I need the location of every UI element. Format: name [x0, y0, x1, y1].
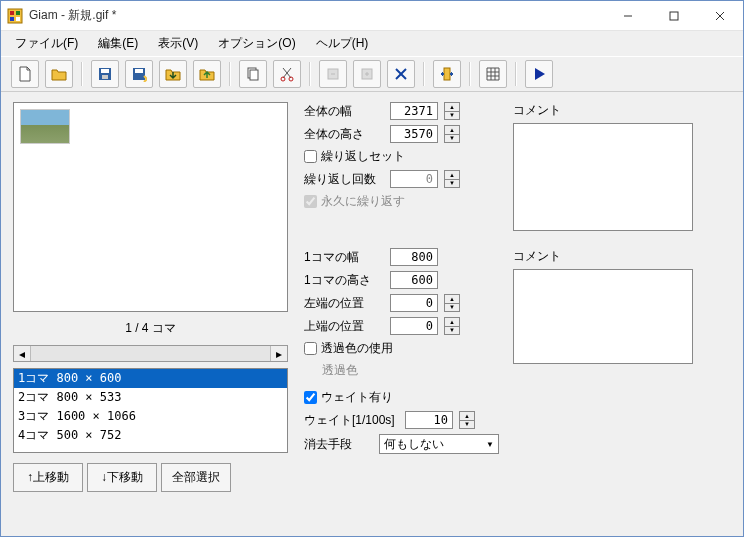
- menu-file[interactable]: ファイル(F): [7, 33, 86, 54]
- frame-top-spinner[interactable]: ▲▼: [444, 317, 460, 335]
- toolbar-separator: [469, 62, 471, 86]
- scroll-track[interactable]: [31, 346, 270, 361]
- repeat-count-spinner: ▲▼: [444, 170, 460, 188]
- frame-comment-label: コメント: [513, 248, 693, 265]
- svg-rect-2: [16, 11, 20, 15]
- global-width-spinner[interactable]: ▲▼: [444, 102, 460, 120]
- move-up-button[interactable]: ↑上移動: [13, 463, 83, 492]
- titlebar: Giam - 新規.gif *: [1, 1, 743, 31]
- tool-align[interactable]: [433, 60, 461, 88]
- dispose-select[interactable]: 何もしない ▼: [379, 434, 499, 454]
- toolbar-separator: [423, 62, 425, 86]
- spin-up-icon: ▲: [445, 171, 459, 180]
- global-width-input[interactable]: [390, 102, 438, 120]
- toolbar: [1, 56, 743, 92]
- menu-edit[interactable]: 編集(E): [90, 33, 146, 54]
- left-pane: 1 / 4 コマ ◂ ▸ 1コマ 800 × 600 2コマ 800 × 533…: [1, 92, 296, 536]
- frame-top-input[interactable]: [390, 317, 438, 335]
- repeat-count-label: 繰り返し回数: [304, 171, 384, 188]
- svg-rect-1: [10, 11, 14, 15]
- transparent-color-label: 透過色: [322, 362, 358, 379]
- frame-width-label: 1コマの幅: [304, 249, 384, 266]
- list-item[interactable]: 1コマ 800 × 600: [14, 369, 287, 388]
- wait-label: ウェイト有り: [321, 389, 393, 406]
- global-height-label: 全体の高さ: [304, 126, 384, 143]
- maximize-button[interactable]: [651, 1, 697, 31]
- frame-left-input[interactable]: [390, 294, 438, 312]
- spin-up-icon[interactable]: ▲: [445, 318, 459, 327]
- tool-grid[interactable]: [479, 60, 507, 88]
- tool-import[interactable]: [159, 60, 187, 88]
- svg-rect-6: [670, 12, 678, 20]
- tool-paste-after[interactable]: [353, 60, 381, 88]
- svg-rect-10: [101, 69, 109, 73]
- thumbnail-scrollbar[interactable]: ◂ ▸: [13, 345, 288, 362]
- tool-delete[interactable]: [387, 60, 415, 88]
- spin-down-icon[interactable]: ▼: [445, 112, 459, 120]
- global-height-spinner[interactable]: ▲▼: [444, 125, 460, 143]
- menu-option[interactable]: オプション(O): [210, 33, 303, 54]
- wait-value-label: ウェイト[1/100s]: [304, 412, 399, 429]
- frame-buttons: ↑上移動 ↓下移動 全部選択: [13, 463, 288, 492]
- tool-save[interactable]: [91, 60, 119, 88]
- wait-spinner[interactable]: ▲▼: [459, 411, 475, 429]
- frame-top-label: 上端の位置: [304, 318, 384, 335]
- thumbnail-panel[interactable]: [13, 102, 288, 312]
- frame-height-input[interactable]: [390, 271, 438, 289]
- scroll-left-icon[interactable]: ◂: [14, 346, 31, 361]
- spin-down-icon[interactable]: ▼: [445, 327, 459, 335]
- spin-down-icon[interactable]: ▼: [445, 304, 459, 312]
- window-title: Giam - 新規.gif *: [29, 7, 605, 24]
- toolbar-separator: [81, 62, 83, 86]
- wait-value-input[interactable]: [405, 411, 453, 429]
- frame-counter: 1 / 4 コマ: [13, 318, 288, 339]
- list-item[interactable]: 3コマ 1600 × 1066: [14, 407, 287, 426]
- spin-up-icon[interactable]: ▲: [460, 412, 474, 421]
- global-height-input[interactable]: [390, 125, 438, 143]
- close-button[interactable]: [697, 1, 743, 31]
- tool-new[interactable]: [11, 60, 39, 88]
- repeat-set-label: 繰り返しセット: [321, 148, 405, 165]
- svg-rect-4: [16, 17, 20, 21]
- menu-help[interactable]: ヘルプ(H): [308, 33, 377, 54]
- select-all-button[interactable]: 全部選択: [161, 463, 231, 492]
- tool-paste-before[interactable]: [319, 60, 347, 88]
- toolbar-separator: [229, 62, 231, 86]
- spin-down-icon[interactable]: ▼: [460, 421, 474, 429]
- spin-up-icon[interactable]: ▲: [445, 295, 459, 304]
- spin-up-icon[interactable]: ▲: [445, 126, 459, 135]
- repeat-forever-label: 永久に繰り返す: [321, 193, 405, 210]
- list-item[interactable]: 2コマ 800 × 533: [14, 388, 287, 407]
- tool-save-as[interactable]: [125, 60, 153, 88]
- global-group: 全体の幅 ▲▼ 全体の高さ ▲▼ 繰り返しセット 繰り返し回数: [304, 102, 733, 234]
- tool-export[interactable]: [193, 60, 221, 88]
- scroll-right-icon[interactable]: ▸: [270, 346, 287, 361]
- repeat-set-checkbox[interactable]: [304, 150, 317, 163]
- spin-up-icon[interactable]: ▲: [445, 103, 459, 112]
- frame-left-spinner[interactable]: ▲▼: [444, 294, 460, 312]
- transparency-checkbox[interactable]: [304, 342, 317, 355]
- spin-down-icon: ▼: [445, 180, 459, 188]
- global-comment-input[interactable]: [513, 123, 693, 231]
- list-item[interactable]: 4コマ 500 × 752: [14, 426, 287, 445]
- frame-comment-input[interactable]: [513, 269, 693, 364]
- svg-rect-15: [250, 70, 258, 80]
- frame-thumbnail[interactable]: [20, 109, 70, 144]
- wait-checkbox[interactable]: [304, 391, 317, 404]
- frame-height-label: 1コマの高さ: [304, 272, 384, 289]
- tool-play[interactable]: [525, 60, 553, 88]
- minimize-button[interactable]: [605, 1, 651, 31]
- tool-copy[interactable]: [239, 60, 267, 88]
- frame-left-label: 左端の位置: [304, 295, 384, 312]
- move-down-button[interactable]: ↓下移動: [87, 463, 157, 492]
- app-icon: [7, 8, 23, 24]
- menu-view[interactable]: 表示(V): [150, 33, 206, 54]
- tool-cut[interactable]: [273, 60, 301, 88]
- dispose-label: 消去手段: [304, 436, 373, 453]
- svg-rect-3: [10, 17, 14, 21]
- frame-width-input[interactable]: [390, 248, 438, 266]
- tool-open[interactable]: [45, 60, 73, 88]
- chevron-down-icon: ▼: [486, 440, 494, 449]
- frame-list[interactable]: 1コマ 800 × 600 2コマ 800 × 533 3コマ 1600 × 1…: [13, 368, 288, 453]
- spin-down-icon[interactable]: ▼: [445, 135, 459, 143]
